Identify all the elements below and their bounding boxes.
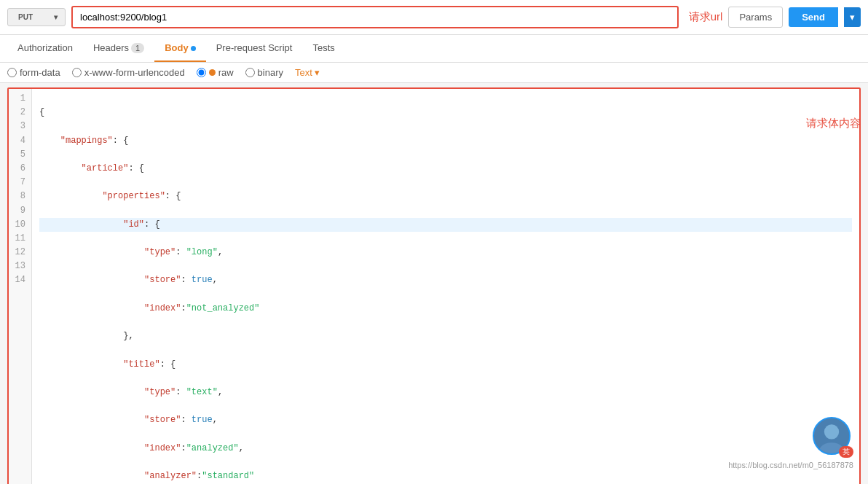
raw-dot [209,69,216,76]
code-line: "type": "long", [39,246,852,259]
tab-headers[interactable]: Headers1 [83,35,154,62]
code-line: "store": true, [39,273,852,287]
top-bar: PUT ▾ 请求url Params Send ▾ [0,0,868,35]
tab-tests[interactable]: Tests [302,35,344,62]
text-dropdown[interactable]: Text ▾ [295,67,320,78]
raw-option[interactable]: raw [197,67,234,78]
code-line: "id": { [39,218,852,232]
method-arrow: ▾ [54,13,58,21]
code-line: "index":"not_analyzed" [39,302,852,316]
method-select[interactable]: PUT ▾ [7,8,66,26]
avatar-wrap: 英 [813,417,853,458]
request-tabs: Authorization Headers1 Body Pre-request … [0,35,868,63]
tab-body[interactable]: Body [154,35,206,62]
tab-pre-request[interactable]: Pre-request Script [206,35,303,62]
body-dot [191,46,196,51]
code-line: }, [39,329,852,343]
svg-point-1 [824,424,839,439]
code-line: { [39,106,852,120]
tab-authorization[interactable]: Authorization [7,35,83,62]
send-button[interactable]: Send [789,7,838,27]
headers-badge: 1 [131,43,144,53]
code-line: "properties": { [39,190,852,203]
code-line: "article": { [39,162,852,176]
code-line: "type": "text", [39,386,852,399]
url-annotation: 请求url [689,10,723,24]
editor-annotation: 请求体内容 [806,117,861,130]
body-options: form-data x-www-form-urlencoded raw bina… [0,63,868,83]
params-button[interactable]: Params [728,7,783,28]
send-dropdown-button[interactable]: ▾ [844,7,861,27]
avatar-badge: 英 [839,446,853,458]
method-label: PUT [18,13,33,21]
code-line: "mappings": { [39,134,852,148]
watermark: https://blog.csdn.net/m0_56187878 [728,461,853,469]
url-encoded-option[interactable]: x-www-form-urlencoded [72,67,185,78]
code-line: "title": { [39,358,852,372]
bottom-right: 英 https://blog.csdn.net/m0_56187878 [728,417,853,469]
url-input[interactable] [71,6,679,28]
binary-option[interactable]: binary [245,67,283,78]
editor-line-numbers: 12345 678910 11121314 [9,89,32,484]
form-data-option[interactable]: form-data [7,67,60,78]
code-line: "analyzer":"standard" [39,469,852,483]
